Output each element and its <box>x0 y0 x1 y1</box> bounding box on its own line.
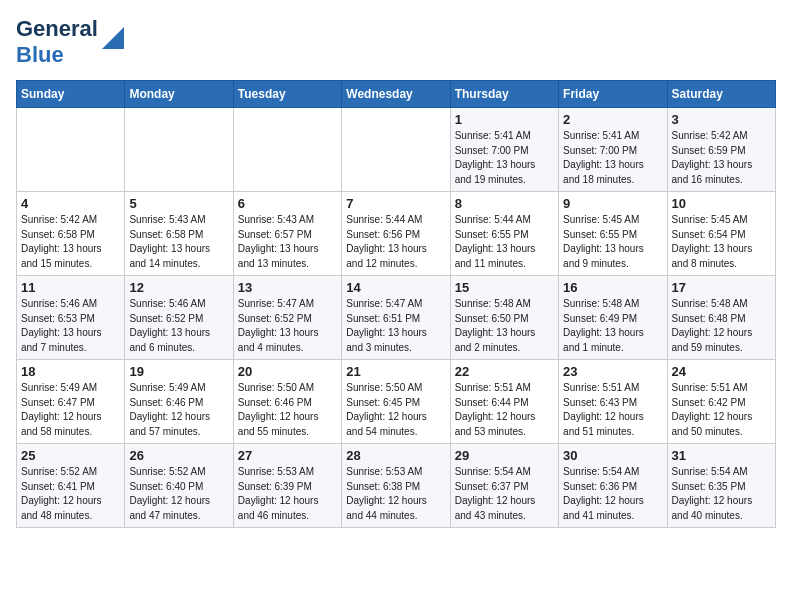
day-info: Sunrise: 5:47 AM Sunset: 6:52 PM Dayligh… <box>238 297 337 355</box>
day-number: 29 <box>455 448 554 463</box>
calendar-cell: 12Sunrise: 5:46 AM Sunset: 6:52 PM Dayli… <box>125 276 233 360</box>
calendar-cell <box>342 108 450 192</box>
day-info: Sunrise: 5:48 AM Sunset: 6:49 PM Dayligh… <box>563 297 662 355</box>
day-info: Sunrise: 5:54 AM Sunset: 6:36 PM Dayligh… <box>563 465 662 523</box>
calendar-cell: 8Sunrise: 5:44 AM Sunset: 6:55 PM Daylig… <box>450 192 558 276</box>
calendar-cell: 7Sunrise: 5:44 AM Sunset: 6:56 PM Daylig… <box>342 192 450 276</box>
day-number: 26 <box>129 448 228 463</box>
calendar-cell: 23Sunrise: 5:51 AM Sunset: 6:43 PM Dayli… <box>559 360 667 444</box>
day-number: 12 <box>129 280 228 295</box>
day-info: Sunrise: 5:46 AM Sunset: 6:53 PM Dayligh… <box>21 297 120 355</box>
day-info: Sunrise: 5:51 AM Sunset: 6:42 PM Dayligh… <box>672 381 771 439</box>
calendar-cell: 19Sunrise: 5:49 AM Sunset: 6:46 PM Dayli… <box>125 360 233 444</box>
day-info: Sunrise: 5:48 AM Sunset: 6:50 PM Dayligh… <box>455 297 554 355</box>
calendar-cell: 1Sunrise: 5:41 AM Sunset: 7:00 PM Daylig… <box>450 108 558 192</box>
header-wednesday: Wednesday <box>342 81 450 108</box>
calendar-cell: 16Sunrise: 5:48 AM Sunset: 6:49 PM Dayli… <box>559 276 667 360</box>
calendar-cell: 21Sunrise: 5:50 AM Sunset: 6:45 PM Dayli… <box>342 360 450 444</box>
day-number: 4 <box>21 196 120 211</box>
day-info: Sunrise: 5:48 AM Sunset: 6:48 PM Dayligh… <box>672 297 771 355</box>
day-info: Sunrise: 5:47 AM Sunset: 6:51 PM Dayligh… <box>346 297 445 355</box>
day-number: 28 <box>346 448 445 463</box>
calendar-week-1: 1Sunrise: 5:41 AM Sunset: 7:00 PM Daylig… <box>17 108 776 192</box>
header-tuesday: Tuesday <box>233 81 341 108</box>
day-number: 9 <box>563 196 662 211</box>
day-number: 24 <box>672 364 771 379</box>
calendar-week-2: 4Sunrise: 5:42 AM Sunset: 6:58 PM Daylig… <box>17 192 776 276</box>
calendar-cell: 5Sunrise: 5:43 AM Sunset: 6:58 PM Daylig… <box>125 192 233 276</box>
day-number: 19 <box>129 364 228 379</box>
day-number: 21 <box>346 364 445 379</box>
calendar-cell: 30Sunrise: 5:54 AM Sunset: 6:36 PM Dayli… <box>559 444 667 528</box>
day-number: 31 <box>672 448 771 463</box>
calendar-cell: 17Sunrise: 5:48 AM Sunset: 6:48 PM Dayli… <box>667 276 775 360</box>
day-number: 11 <box>21 280 120 295</box>
calendar-cell: 9Sunrise: 5:45 AM Sunset: 6:55 PM Daylig… <box>559 192 667 276</box>
day-info: Sunrise: 5:50 AM Sunset: 6:45 PM Dayligh… <box>346 381 445 439</box>
calendar-cell: 6Sunrise: 5:43 AM Sunset: 6:57 PM Daylig… <box>233 192 341 276</box>
calendar-header-row: SundayMondayTuesdayWednesdayThursdayFrid… <box>17 81 776 108</box>
calendar-cell: 24Sunrise: 5:51 AM Sunset: 6:42 PM Dayli… <box>667 360 775 444</box>
logo-arrow-icon <box>102 23 124 49</box>
calendar-cell: 3Sunrise: 5:42 AM Sunset: 6:59 PM Daylig… <box>667 108 775 192</box>
day-info: Sunrise: 5:49 AM Sunset: 6:46 PM Dayligh… <box>129 381 228 439</box>
calendar-week-3: 11Sunrise: 5:46 AM Sunset: 6:53 PM Dayli… <box>17 276 776 360</box>
calendar-cell: 28Sunrise: 5:53 AM Sunset: 6:38 PM Dayli… <box>342 444 450 528</box>
day-number: 7 <box>346 196 445 211</box>
day-number: 3 <box>672 112 771 127</box>
day-number: 14 <box>346 280 445 295</box>
day-info: Sunrise: 5:49 AM Sunset: 6:47 PM Dayligh… <box>21 381 120 439</box>
calendar-cell: 29Sunrise: 5:54 AM Sunset: 6:37 PM Dayli… <box>450 444 558 528</box>
day-number: 17 <box>672 280 771 295</box>
calendar-cell: 22Sunrise: 5:51 AM Sunset: 6:44 PM Dayli… <box>450 360 558 444</box>
calendar-table: SundayMondayTuesdayWednesdayThursdayFrid… <box>16 80 776 528</box>
day-info: Sunrise: 5:43 AM Sunset: 6:58 PM Dayligh… <box>129 213 228 271</box>
day-number: 20 <box>238 364 337 379</box>
day-number: 16 <box>563 280 662 295</box>
day-number: 15 <box>455 280 554 295</box>
header-saturday: Saturday <box>667 81 775 108</box>
day-info: Sunrise: 5:46 AM Sunset: 6:52 PM Dayligh… <box>129 297 228 355</box>
header-friday: Friday <box>559 81 667 108</box>
calendar-cell: 2Sunrise: 5:41 AM Sunset: 7:00 PM Daylig… <box>559 108 667 192</box>
day-number: 5 <box>129 196 228 211</box>
calendar-cell <box>125 108 233 192</box>
calendar-cell: 10Sunrise: 5:45 AM Sunset: 6:54 PM Dayli… <box>667 192 775 276</box>
day-number: 25 <box>21 448 120 463</box>
calendar-cell: 18Sunrise: 5:49 AM Sunset: 6:47 PM Dayli… <box>17 360 125 444</box>
day-number: 13 <box>238 280 337 295</box>
day-number: 18 <box>21 364 120 379</box>
logo: General Blue <box>16 16 124 68</box>
day-info: Sunrise: 5:41 AM Sunset: 7:00 PM Dayligh… <box>563 129 662 187</box>
calendar-cell: 27Sunrise: 5:53 AM Sunset: 6:39 PM Dayli… <box>233 444 341 528</box>
day-info: Sunrise: 5:51 AM Sunset: 6:43 PM Dayligh… <box>563 381 662 439</box>
day-info: Sunrise: 5:45 AM Sunset: 6:55 PM Dayligh… <box>563 213 662 271</box>
day-info: Sunrise: 5:54 AM Sunset: 6:37 PM Dayligh… <box>455 465 554 523</box>
calendar-cell <box>17 108 125 192</box>
calendar-cell: 15Sunrise: 5:48 AM Sunset: 6:50 PM Dayli… <box>450 276 558 360</box>
header-thursday: Thursday <box>450 81 558 108</box>
logo-general: General <box>16 16 98 41</box>
day-info: Sunrise: 5:45 AM Sunset: 6:54 PM Dayligh… <box>672 213 771 271</box>
day-number: 27 <box>238 448 337 463</box>
day-info: Sunrise: 5:53 AM Sunset: 6:39 PM Dayligh… <box>238 465 337 523</box>
day-info: Sunrise: 5:51 AM Sunset: 6:44 PM Dayligh… <box>455 381 554 439</box>
calendar-cell: 4Sunrise: 5:42 AM Sunset: 6:58 PM Daylig… <box>17 192 125 276</box>
day-number: 10 <box>672 196 771 211</box>
calendar-week-4: 18Sunrise: 5:49 AM Sunset: 6:47 PM Dayli… <box>17 360 776 444</box>
header-monday: Monday <box>125 81 233 108</box>
calendar-cell: 20Sunrise: 5:50 AM Sunset: 6:46 PM Dayli… <box>233 360 341 444</box>
day-number: 23 <box>563 364 662 379</box>
day-number: 22 <box>455 364 554 379</box>
day-info: Sunrise: 5:43 AM Sunset: 6:57 PM Dayligh… <box>238 213 337 271</box>
day-info: Sunrise: 5:52 AM Sunset: 6:41 PM Dayligh… <box>21 465 120 523</box>
day-info: Sunrise: 5:50 AM Sunset: 6:46 PM Dayligh… <box>238 381 337 439</box>
day-info: Sunrise: 5:42 AM Sunset: 6:59 PM Dayligh… <box>672 129 771 187</box>
logo-blue: Blue <box>16 42 64 67</box>
day-number: 2 <box>563 112 662 127</box>
day-info: Sunrise: 5:52 AM Sunset: 6:40 PM Dayligh… <box>129 465 228 523</box>
calendar-cell <box>233 108 341 192</box>
header: General Blue <box>16 16 776 68</box>
svg-marker-0 <box>102 27 124 49</box>
day-number: 30 <box>563 448 662 463</box>
